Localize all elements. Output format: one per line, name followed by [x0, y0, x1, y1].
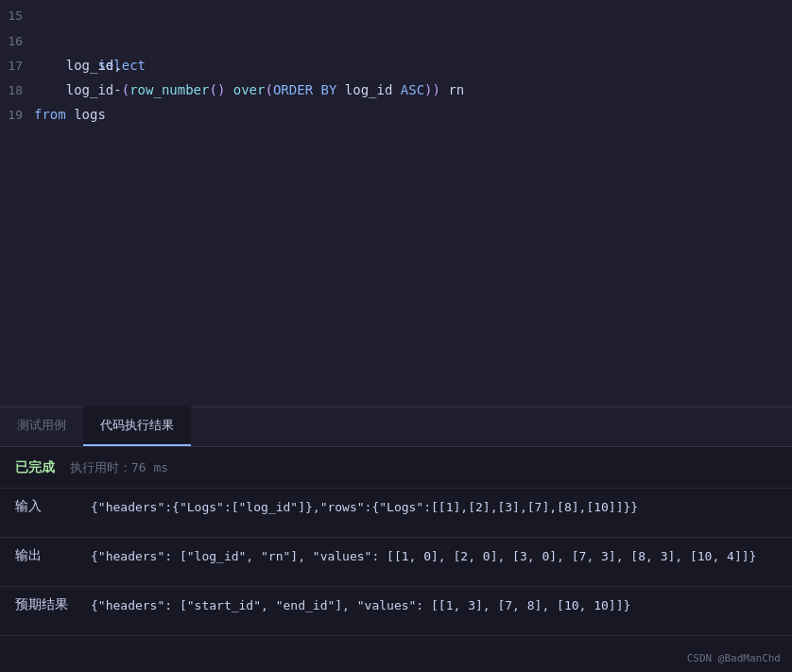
code-lines: 15 16 select 17 log_id, 18 log_id-(row_n…: [0, 0, 792, 130]
kw-order: ORDER BY: [273, 82, 336, 97]
keyword-from: from: [34, 107, 66, 122]
result-value-output: {"headers": ["log_id", "rn"], "values": …: [83, 547, 792, 566]
code-line-15: 15: [0, 4, 792, 28]
status-done: 已完成: [15, 459, 55, 476]
result-value-expected: {"headers": ["start_id", "end_id"], "val…: [83, 596, 792, 615]
id-log_id: log_id: [66, 58, 114, 73]
tabs-bar: 测试用例 代码执行结果: [0, 407, 792, 447]
fn-row_number: row_number: [129, 82, 209, 97]
results-area: 输入 {"headers":{"Logs":["log_id"]},"rows"…: [0, 489, 792, 672]
kw-asc: ASC: [401, 82, 424, 97]
code-line-19: 19 from logs: [0, 102, 792, 127]
result-label-output: 输出: [0, 547, 83, 564]
code-line-18: 18 log_id-(row_number() over(ORDER BY lo…: [0, 78, 792, 102]
paren2: (): [209, 82, 225, 97]
result-value-input: {"headers":{"Logs":["log_id"]},"rows":{"…: [83, 498, 792, 517]
tab-execution-result-label: 代码执行结果: [100, 417, 174, 434]
status-bar: 已完成 执行用时：76 ms: [0, 447, 792, 489]
bottom-panel: 测试用例 代码执行结果 已完成 执行用时：76 ms 输入 {"headers"…: [0, 406, 792, 672]
line-content-19: from logs: [34, 102, 792, 127]
line-number-15: 15: [0, 4, 34, 28]
line-number-16: 16: [0, 29, 34, 54]
paren-open: (: [122, 82, 129, 97]
id-log_id2: log_id: [66, 82, 114, 97]
line-content-18: log_id-(row_number() over(ORDER BY log_i…: [34, 78, 792, 102]
paren4: )): [424, 82, 440, 97]
code-line-17: 17 log_id,: [0, 53, 792, 78]
code-editor[interactable]: 15 16 select 17 log_id, 18 log_id-(row_n…: [0, 0, 792, 406]
result-row-output: 输出 {"headers": ["log_id", "rn"], "values…: [0, 538, 792, 587]
result-row-expected: 预期结果 {"headers": ["start_id", "end_id"],…: [0, 587, 792, 636]
result-row-input: 输入 {"headers":{"Logs":["log_id"]},"rows"…: [0, 489, 792, 538]
watermark: CSDN @BadManChd: [687, 652, 781, 664]
tab-execution-result[interactable]: 代码执行结果: [83, 406, 191, 446]
fn-over: over: [233, 82, 266, 97]
status-time: 执行用时：76 ms: [70, 459, 168, 476]
id-log_id3: log_id: [345, 82, 393, 97]
code-line-16: 16 select: [0, 28, 792, 53]
op-minus: -: [113, 82, 121, 97]
line-content-17: log_id,: [34, 53, 792, 78]
id-rn: rn: [448, 82, 464, 97]
id-logs: logs: [74, 107, 106, 122]
tab-test-cases-label: 测试用例: [17, 417, 66, 434]
result-label-expected: 预期结果: [0, 596, 83, 613]
paren3: (: [265, 82, 272, 97]
line-number-19: 19: [0, 103, 34, 128]
tab-test-cases[interactable]: 测试用例: [0, 406, 83, 446]
line-number-18: 18: [0, 78, 34, 103]
line-number-17: 17: [0, 54, 34, 78]
result-label-input: 输入: [0, 498, 83, 515]
